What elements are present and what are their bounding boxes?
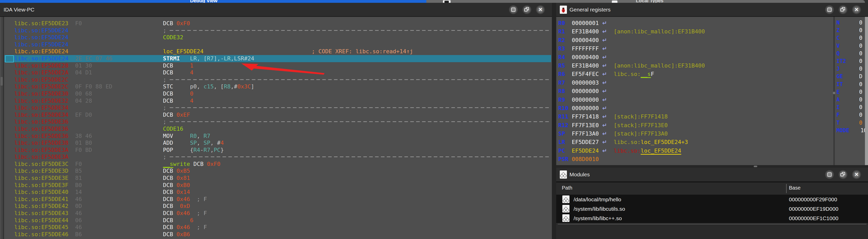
separator-dashes — [170, 79, 549, 80]
register-row[interactable]: R8 00000000 ↵ — [558, 87, 705, 95]
register-row[interactable]: R7 00000003 ↵ — [558, 78, 705, 87]
maximize-icon[interactable] — [509, 5, 518, 14]
column-header-base[interactable]: Base — [789, 185, 801, 191]
disasm-line[interactable]: libc.so:EF5DDE3F B0 DCB 0xB0 — [14, 182, 551, 189]
column-divider[interactable] — [786, 184, 786, 193]
register-row[interactable]: R9 00000000 ↵ — [558, 96, 705, 104]
tab-debug-view[interactable]: Debug View — [0, 0, 426, 3]
register-row[interactable]: R10 00000000 ↵ — [558, 104, 705, 112]
disasm-line[interactable]: libc.so:EF5DDE3A F0 BD POP {R4-R7,PC} — [14, 146, 551, 153]
enter-icon: ↵ — [602, 37, 607, 43]
disasm-line[interactable]: libc.so:EF5DDE24 CODE32 — [14, 34, 551, 41]
flag-value: 0 — [859, 81, 862, 88]
disasm-line[interactable]: libc.so:EF5DDE34 ; — [14, 104, 551, 111]
disasm-line[interactable]: libc.so:EF5DDE36 CODE16 — [14, 125, 551, 133]
flag-row[interactable]: J0 — [835, 65, 865, 73]
disasm-line[interactable]: libc.so:EF5DDE30 00 68 DCB 0 — [14, 90, 551, 97]
disasm-line[interactable]: libc.so:EF5DDE44 06 DCB 6 — [14, 217, 551, 224]
module-row[interactable]: /system/lib/libcutils.so00000000EF19D000 — [556, 204, 868, 213]
flag-row[interactable]: E0 — [835, 88, 865, 96]
flag-name: Q — [836, 50, 840, 57]
close-icon[interactable]: × — [536, 5, 545, 14]
column-header-path[interactable]: Path — [562, 185, 572, 191]
register-row[interactable]: R12 FF7F13E0 ↵ [stack]:FF7F13E0 — [558, 121, 705, 130]
restore-icon[interactable] — [838, 5, 847, 14]
disasm-line[interactable]: libc.so:EF5DDE2A 04 D1 DCB 4 — [14, 69, 551, 76]
panel-divider[interactable] — [552, 3, 556, 239]
flag-row[interactable]: MODE10 — [835, 127, 865, 134]
close-icon[interactable]: × — [852, 5, 861, 14]
tab-local-types[interactable]: Local Types — [636, 0, 663, 3]
disasm-line[interactable]: libc.so:EF5DDE24 ; — [14, 27, 551, 34]
register-row[interactable]: R4 00000400 ↵ — [558, 53, 705, 61]
toolbar-icon[interactable] — [443, 0, 451, 3]
disasm-line[interactable]: libc.so:EF5DDE43 46 DCB 0x46 ; F — [14, 210, 551, 217]
disasm-line[interactable]: libc.so:EF5DDE46 B6 DCB 0xB6 — [14, 231, 551, 238]
table-header[interactable]: Path Base — [556, 182, 868, 195]
disasm-line[interactable]: libc.so:EF5DDE45 46 DCB 0x46 ; F — [14, 224, 551, 231]
flag-row[interactable]: IT20 — [835, 57, 865, 65]
disasm-line[interactable]: libc.so:EF5DDE3C F0 __swrite DCB 0xF0 — [14, 161, 551, 168]
disasm-line[interactable]: libc.so:EF5DDE41 46 DCB 0x46 ; F — [14, 196, 551, 203]
disasm-line[interactable]: libc.so:EF5DDE3E 81 DCB 0x81 — [14, 174, 551, 182]
flag-row[interactable]: IT0 — [835, 80, 865, 88]
flag-value: 0 — [859, 58, 862, 64]
close-icon[interactable]: × — [852, 170, 861, 179]
horizontal-splitter[interactable] — [556, 165, 868, 168]
maximize-icon[interactable] — [825, 170, 834, 179]
disasm-line[interactable]: libc.so:EF5DDE24 loc_EF5DDE24 ; CODE XRE… — [14, 48, 551, 55]
flag-value: 0 — [859, 112, 862, 118]
module-path: /system/lib/libcutils.so — [574, 206, 625, 212]
flag-row[interactable]: N0 — [835, 19, 865, 27]
maximize-icon[interactable] — [825, 5, 834, 14]
register-row[interactable]: SP FF7F13A0 ↵ [stack]:FF7F13A0 — [558, 130, 705, 138]
disasm-line[interactable]: libc.so:EF5DDE38 01 B0 ADD SP, SP, #4 — [14, 139, 551, 146]
enter-icon: ↵ — [602, 147, 607, 154]
disasm-line[interactable]: libc.so:EF5DDE2C ; — [14, 76, 551, 83]
disasm-line[interactable]: libc.so:EF5DDE3D B5 DCB 0xB5 — [14, 167, 551, 174]
register-row[interactable]: PC EF5DDE24 ↵ libc.so:loc_EF5DDE24 — [558, 146, 705, 155]
module-base: 00000000EF19D000 — [789, 206, 838, 212]
splitter-handle[interactable] — [754, 166, 757, 167]
disasm-line[interactable]: libc.so:EF5DDE23 F0 DCB 0xF0 — [14, 20, 551, 27]
module-row[interactable]: /data/local/tmp/hello000000000F29F000 — [556, 195, 868, 204]
restore-icon[interactable] — [522, 5, 531, 14]
flag-row[interactable]: A0 — [835, 96, 865, 103]
flag-row[interactable]: F0 — [835, 111, 865, 119]
disasm-line[interactable]: libc.so:EF5DDE42 0D DCB 0xD — [14, 203, 551, 210]
flag-row[interactable]: GED — [835, 73, 865, 80]
left-scrollbar[interactable] — [1, 17, 3, 239]
register-row[interactable]: R6 EF5F4FEC ↵ libc.so:__sF — [558, 70, 705, 78]
flag-row[interactable]: I0 — [835, 103, 865, 111]
disasm-line[interactable]: libc.so:EF5DDE24 — [14, 41, 551, 48]
register-row[interactable]: R1 EF31B400 ↵ [anon:libc_malloc]:EF31B40… — [558, 27, 705, 36]
register-row[interactable]: R5 EF31B400 ↵ [anon:libc_malloc]:EF31B40… — [558, 61, 705, 70]
flag-row[interactable]: T0 — [835, 119, 865, 126]
register-row[interactable]: LR EF5DDE27 ↵ libc.so:loc_EF5DDE24+3 — [558, 138, 705, 146]
flag-row[interactable]: Q0 — [835, 50, 865, 57]
disasm-line[interactable]: libc.so:EF5DDE36 ; — [14, 118, 551, 125]
disassembly-view[interactable]: libc.so:EF5DDE23 F0 DCB 0xF0libc.so:EF5D… — [0, 17, 552, 239]
disasm-line[interactable]: libc.so:EF5DDE34 EF D0 DCB 0xEF — [14, 111, 551, 118]
flag-row[interactable]: V0 — [835, 42, 865, 50]
flag-row[interactable]: Z0 — [835, 27, 865, 34]
register-row[interactable]: R11 FF7F1418 ↵ [stack]:FF7F1418 — [558, 112, 705, 121]
register-row[interactable]: R0 00000001 ↵ — [558, 19, 705, 27]
disasm-line[interactable]: libc.so:EF5DDE40 14 DCB 0x14 — [14, 189, 551, 196]
flag-name: MODE — [836, 127, 849, 134]
disasm-line[interactable]: libc.so:EF5DDE36 38 46 MOV R0, R7 — [14, 133, 551, 140]
tab-icon[interactable] — [612, 1, 617, 3]
disasm-line[interactable]: libc.so:EF5DDE2C 0F F0 88 ED STC p0, c15… — [14, 83, 551, 90]
module-row[interactable]: /system/lib/libc++.so00000000EF1C1000 — [556, 213, 868, 223]
disasm-line[interactable]: libc.so:EF5DDE32 04 28 DCB 4 — [14, 97, 551, 104]
disasm-line-current[interactable]: libc.so:EF5DDE24 2E EC 07 46 STRMI LR, [… — [14, 55, 551, 62]
restore-icon[interactable] — [838, 170, 847, 179]
scrollbar-thumb[interactable] — [1, 77, 3, 86]
right-scrollbar[interactable] — [865, 17, 868, 165]
register-row[interactable]: R2 00000400 ↵ — [558, 36, 705, 44]
disasm-line[interactable]: libc.so:EF5DDE28 01 30 DCB 1 — [14, 62, 551, 69]
register-row[interactable]: R3 FFFFFFFF ↵ — [558, 44, 705, 53]
register-row[interactable]: PSR 008D0010 — [558, 155, 705, 163]
disasm-line[interactable]: libc.so:EF5DDE3A ; — [14, 153, 551, 161]
flag-row[interactable]: C0 — [835, 34, 865, 42]
